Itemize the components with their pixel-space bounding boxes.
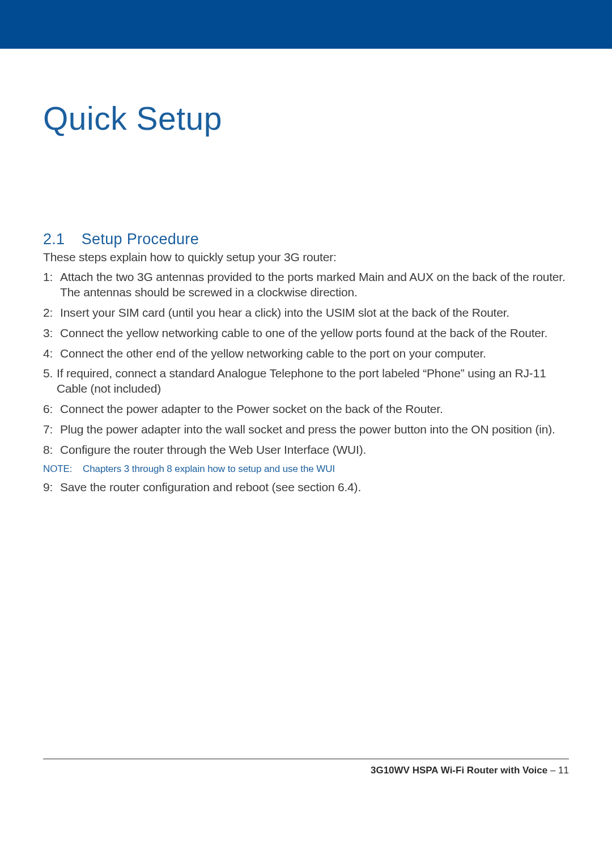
- intro-text: These steps explain how to quickly setup…: [43, 250, 569, 264]
- step-text: If required, connect a standard Analogue…: [57, 366, 569, 397]
- step-text: Configure the router through the Web Use…: [60, 442, 569, 458]
- footer-divider: [43, 759, 569, 759]
- section-number: 2.1: [43, 231, 77, 248]
- section-name: Setup Procedure: [82, 231, 199, 248]
- step-text: Connect the yellow networking cable to o…: [60, 326, 569, 341]
- step-text: Save the router configuration and reboot…: [60, 480, 569, 495]
- step-marker: 2:: [43, 305, 60, 321]
- step-marker: 6:: [43, 402, 60, 417]
- list-item: 1: Attach the two 3G antennas provided t…: [43, 270, 569, 300]
- list-item: 3: Connect the yellow networking cable t…: [43, 326, 569, 341]
- step-marker: 8:: [43, 442, 60, 458]
- footer-product: 3G10WV HSPA Wi-Fi Router with Voice: [371, 765, 547, 776]
- list-item: 6: Connect the power adapter to the Powe…: [43, 402, 569, 417]
- step-marker: 3:: [43, 326, 60, 341]
- list-item: 8: Configure the router through the Web …: [43, 442, 569, 458]
- footer-sep: –: [547, 765, 558, 776]
- list-item: 5. If required, connect a standard Analo…: [43, 366, 569, 397]
- page-footer: 3G10WV HSPA Wi-Fi Router with Voice – 11: [43, 759, 569, 776]
- list-item: 4: Connect the other end of the yellow n…: [43, 346, 569, 361]
- list-item: 7: Plug the power adapter into the wall …: [43, 422, 569, 437]
- section-heading: 2.1 Setup Procedure: [43, 231, 569, 248]
- step-text: Insert your SIM card (until you hear a c…: [60, 305, 569, 321]
- list-item: 2: Insert your SIM card (until you hear …: [43, 305, 569, 321]
- footer-text: 3G10WV HSPA Wi-Fi Router with Voice – 11: [43, 765, 569, 776]
- page-title: Quick Setup: [43, 100, 569, 137]
- header-bar: [0, 0, 612, 49]
- step-text: Attach the two 3G antennas provided to t…: [60, 270, 569, 300]
- list-item: 9: Save the router configuration and reb…: [43, 480, 569, 495]
- footer-page: 11: [558, 765, 569, 776]
- step-marker: 7:: [43, 422, 60, 437]
- page-content: Quick Setup 2.1 Setup Procedure These st…: [0, 100, 612, 495]
- step-text: Connect the other end of the yellow netw…: [60, 346, 569, 361]
- step-text: Plug the power adapter into the wall soc…: [60, 422, 569, 437]
- steps-list: 1: Attach the two 3G antennas provided t…: [43, 270, 569, 495]
- note-row: NOTE: Chapters 3 through 8 explain how t…: [43, 463, 569, 475]
- note-text: Chapters 3 through 8 explain how to setu…: [83, 463, 335, 475]
- step-marker: 1:: [43, 270, 60, 300]
- step-text: Connect the power adapter to the Power s…: [60, 402, 569, 417]
- step-marker: 9:: [43, 480, 60, 495]
- step-marker: 4:: [43, 346, 60, 361]
- note-label: NOTE:: [43, 463, 83, 475]
